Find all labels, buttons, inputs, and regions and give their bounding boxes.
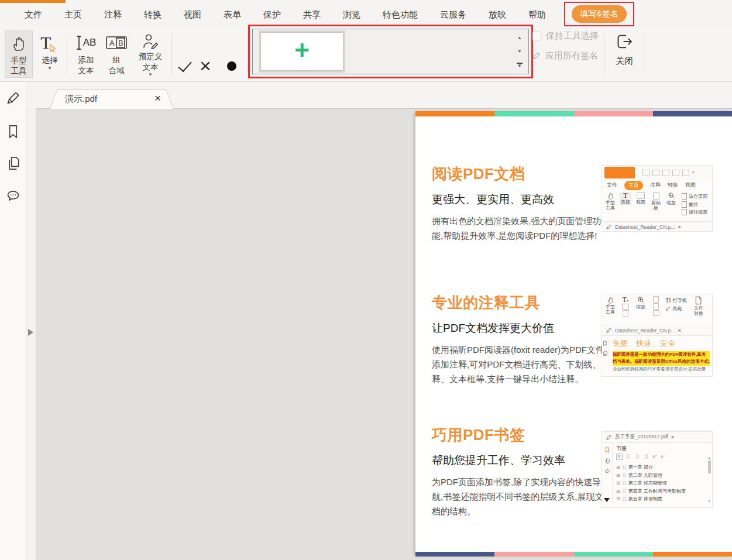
menu-form[interactable]: 表单 — [224, 9, 241, 20]
pages-icon — [602, 351, 608, 356]
combine-field-button[interactable]: A B 组 合域 — [103, 30, 130, 78]
bookmark-icon — [602, 341, 608, 346]
section-subtitle: 更强大、更实用、更高效 — [432, 192, 611, 207]
select-cursor-icon: T — [40, 30, 59, 55]
section-subtitle: 让PDF文档发挥更大价值 — [432, 321, 611, 336]
keep-tool-selection-checkbox — [532, 32, 541, 40]
zoom-icon — [668, 192, 675, 200]
toolbar-separator — [644, 32, 644, 75]
menu-special-features[interactable]: 特色功能 — [383, 9, 418, 20]
mini-sidebar — [602, 336, 609, 373]
mini-toolbar: 手型 工具 T 选择 截图 剪贴 板 缩放 适合页面 重排 旋转视图 — [602, 191, 712, 221]
highlight-pen-icon — [665, 306, 671, 311]
keep-tool-selection-label: 保持工具选择 — [546, 30, 599, 42]
tab-fill-and-sign[interactable]: 填写&签名 — [572, 5, 626, 23]
document-tab-title: 演示.pdf — [65, 89, 97, 108]
predefined-text-label: 预定义 文本 — [139, 52, 163, 71]
section-title: 专业的注释工具 — [432, 293, 611, 313]
svg-text:A: A — [109, 39, 115, 47]
select-tool-label: 选择 — [42, 56, 58, 64]
menu-help[interactable]: 帮助 — [528, 9, 546, 20]
triangle-down-icon — [604, 498, 610, 502]
combine-field-label: 组 合域 — [109, 56, 125, 75]
close-label: 关闭 — [616, 55, 633, 67]
bookmarks-panel-title: 书签 — [616, 445, 709, 452]
panel-expand-handle[interactable] — [28, 329, 33, 336]
menu-slideshow[interactable]: 放映 — [489, 9, 506, 20]
menu-file[interactable]: 文件 — [25, 9, 42, 20]
add-text-button[interactable]: AB 添加 文本 — [71, 30, 101, 78]
chevron-down-icon: ▾ — [42, 66, 58, 71]
mini-scrollbar: ▲ ▼ — [707, 456, 712, 503]
close-fill-sign-button[interactable]: 关闭 — [610, 29, 639, 77]
menu-convert[interactable]: 转换 — [144, 9, 161, 20]
hand-tool-button[interactable]: 手型 工具 — [5, 30, 33, 78]
mini-document-tab: 员工手册_20120917.pdf × — [602, 431, 712, 443]
combine-field-icon: A B — [105, 30, 128, 55]
section-subtitle: 帮助您提升工作、学习效率 — [432, 453, 611, 468]
pencil-icon — [606, 434, 612, 441]
menu-protect[interactable]: 保护 — [263, 9, 281, 20]
add-signature-card[interactable]: + — [259, 30, 345, 73]
toolbar-separator — [604, 32, 604, 75]
mini-menu-bar: 文件 主页 注释 转换 视图 — [602, 180, 712, 191]
feature-image-bookmarks-ui: 员工手册_20120917.pdf × 书签 ≡ AˆA¯ — [602, 431, 713, 508]
cross-stamp-button[interactable]: × — [200, 56, 211, 75]
highlighted-text-line: 福昕阅读器是一款功能强大的PDF阅读软件,真有 — [613, 351, 710, 358]
section-read-pdf: 阅读PDF文档 更强大、更实用、更高效 拥有出色的文档渲染效果,强大的页面管理功… — [432, 164, 611, 243]
dot-stamp-button[interactable] — [227, 61, 236, 71]
quick-access-icons: ▾ — [642, 170, 695, 176]
gallery-scroll-down-button[interactable]: ▼ — [516, 49, 524, 54]
signature-gallery: + ▲ ▼ ▼ — [252, 29, 529, 74]
typewriter-icon: TI — [665, 297, 671, 304]
add-text-label: 添加 文本 — [78, 56, 94, 75]
pencil-icon — [606, 224, 612, 230]
hand-tool-label: 手型 工具 — [11, 56, 27, 75]
select-tool-button[interactable]: T 选择▾ — [36, 30, 63, 78]
plus-icon: + — [294, 40, 310, 60]
pen-icon — [531, 51, 541, 61]
pages-icon — [604, 458, 610, 464]
predefined-text-button[interactable]: 预定义 文本▾ — [133, 30, 168, 78]
check-stamp-button[interactable] — [178, 58, 192, 72]
mini-document-tab: Datasheet_Reader_CN.p... × — [602, 221, 712, 232]
chevron-down-icon: ▾ — [139, 72, 163, 78]
pencil-icon — [606, 327, 612, 334]
gallery-scroll-up-button[interactable]: ▲ — [516, 35, 524, 40]
mini-toolbar: 手型 工具 T▾ 缩放 TI打字机 高亮 文件 转换 — [602, 294, 712, 325]
page-bottom-stripe — [415, 552, 732, 556]
comment-icon — [604, 469, 610, 475]
keep-tool-selection-row: 保持工具选择 — [532, 30, 599, 42]
comments-panel-icon[interactable] — [5, 188, 21, 204]
mini-content-title: 免费、快速、安全 — [613, 339, 710, 349]
apply-all-signatures-row: 应用所有签名 — [531, 50, 598, 61]
pdf-page: 阅读PDF文档 更强大、更实用、更高效 拥有出色的文档渲染效果,强大的页面管理功… — [415, 111, 732, 556]
bookmarks-panel-icon[interactable] — [5, 124, 21, 140]
document-tab[interactable]: 演示.pdf × — [50, 89, 174, 109]
bookmarks-panel-toolbar: ≡ AˆA¯ — [616, 454, 709, 462]
feature-image-annotation-ui: 手型 工具 T▾ 缩放 TI打字机 高亮 文件 转换 — [602, 294, 713, 377]
tab-close-icon[interactable]: × — [154, 89, 161, 108]
panel-collapse-strip — [26, 109, 36, 560]
gallery-expand-button[interactable]: ▼ — [517, 63, 523, 68]
page-top-stripe — [415, 111, 732, 116]
menu-share[interactable]: 共享 — [303, 9, 321, 20]
signature-gallery-annotation-box: + ▲ ▼ ▼ — [248, 25, 533, 78]
person-pen-icon — [142, 30, 159, 51]
text-line: 企业和政府机构的PDF查看需求而设计,提供批量 — [613, 366, 710, 373]
mini-sidebar — [602, 443, 613, 504]
menu-view[interactable]: 视图 — [184, 9, 201, 20]
pages-panel-icon[interactable] — [5, 156, 21, 171]
menu-home[interactable]: 主页 — [64, 9, 82, 20]
quill-pencil-icon[interactable] — [5, 90, 21, 106]
menu-cloud-service[interactable]: 云服务 — [440, 9, 466, 20]
toolbar-separator — [67, 33, 67, 75]
highlighted-text-line: 档与表单。福昕阅读器采用Office风格的选项卡式: — [613, 358, 710, 365]
svg-text:B: B — [118, 39, 123, 47]
mini-document-tab: Datasheet_Reader_CN.p... × — [602, 325, 712, 336]
mini-menu-active: 主页 — [624, 181, 643, 190]
document-tab-bar: 演示.pdf × — [36, 82, 732, 109]
menu-browse[interactable]: 浏览 — [343, 9, 360, 20]
section-body: 拥有出色的文档渲染效果,强大的页面管理功能,帮助提升效率,是您阅读PDF的理想选… — [432, 214, 611, 243]
menu-comment[interactable]: 注释 — [104, 9, 122, 20]
